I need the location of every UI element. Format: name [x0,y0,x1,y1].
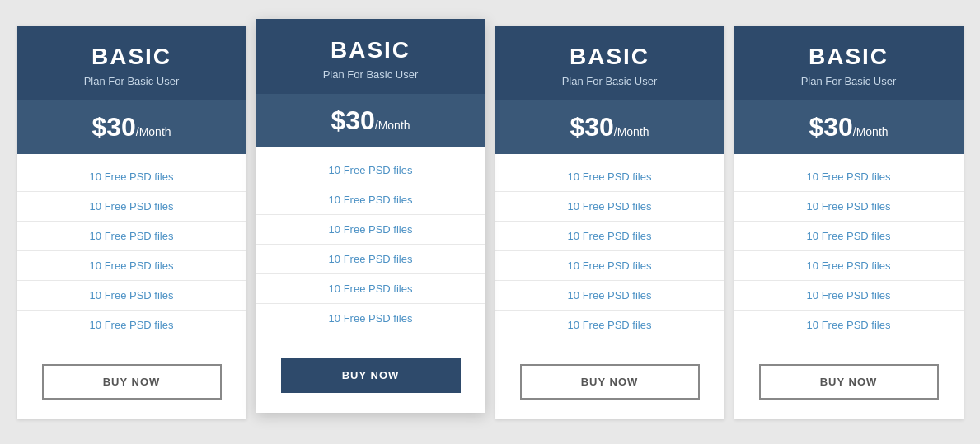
feature-item-4-6: 10 Free PSD files [734,311,964,339]
pricing-card-2: BASICPlan For Basic User$30/Month10 Free… [256,19,485,413]
card-subtitle-4: Plan For Basic User [748,75,950,87]
card-header-2: BASICPlan For Basic User [256,19,485,94]
feature-item-1-2: 10 Free PSD files [17,192,246,222]
card-subtitle-2: Plan For Basic User [270,68,472,81]
card-title-3: BASIC [509,44,711,70]
card-price-2: $30/Month [256,94,485,147]
feature-item-3-1: 10 Free PSD files [495,162,724,192]
card-header-3: BASICPlan For Basic User [495,26,724,100]
card-price-1: $30/Month [17,100,246,154]
feature-item-4-5: 10 Free PSD files [734,281,964,311]
pricing-card-3: BASICPlan For Basic User$30/Month10 Free… [495,26,724,419]
price-dollar-3: $30 [570,112,613,142]
buy-now-button-3[interactable]: BUY NOW [520,364,700,400]
feature-item-2-2: 10 Free PSD files [256,185,485,215]
price-amount-1: 30 [106,112,136,142]
feature-item-2-3: 10 Free PSD files [256,215,485,245]
feature-item-1-6: 10 Free PSD files [17,311,246,339]
feature-item-4-3: 10 Free PSD files [734,222,964,251]
card-footer-3: BUY NOW [495,348,724,419]
card-subtitle-3: Plan For Basic User [509,75,711,87]
card-subtitle-1: Plan For Basic User [30,75,233,87]
price-period-4: /Month [853,125,889,138]
feature-item-1-3: 10 Free PSD files [17,222,246,251]
buy-now-button-2[interactable]: BUY NOW [281,358,461,393]
buy-now-button-4[interactable]: BUY NOW [759,364,939,400]
pricing-container: BASICPlan For Basic User$30/Month10 Free… [12,26,968,419]
feature-item-3-3: 10 Free PSD files [495,222,724,251]
price-dollar-2: $30 [331,105,374,135]
card-title-1: BASIC [30,44,233,70]
feature-item-4-4: 10 Free PSD files [734,251,964,281]
card-header-4: BASICPlan For Basic User [734,26,964,100]
card-footer-2: BUY NOW [256,341,485,413]
feature-item-2-4: 10 Free PSD files [256,245,485,274]
price-amount-2: 30 [345,105,375,135]
card-header-1: BASICPlan For Basic User [17,26,246,100]
price-amount-4: 30 [823,112,853,142]
card-title-2: BASIC [270,37,472,63]
pricing-card-1: BASICPlan For Basic User$30/Month10 Free… [17,26,246,419]
feature-item-1-1: 10 Free PSD files [17,162,246,192]
card-features-1: 10 Free PSD files10 Free PSD files10 Fre… [17,154,246,348]
card-features-4: 10 Free PSD files10 Free PSD files10 Fre… [734,154,964,348]
feature-item-1-4: 10 Free PSD files [17,251,246,281]
card-features-3: 10 Free PSD files10 Free PSD files10 Fre… [495,154,724,348]
card-price-4: $30/Month [734,100,964,154]
price-dollar-4: $30 [809,112,852,142]
feature-item-4-2: 10 Free PSD files [734,192,964,222]
price-dollar-1: $30 [91,112,135,142]
feature-item-1-5: 10 Free PSD files [17,281,246,311]
feature-item-3-2: 10 Free PSD files [495,192,724,222]
feature-item-3-6: 10 Free PSD files [495,311,724,339]
price-amount-3: 30 [584,112,614,142]
card-price-3: $30/Month [495,100,724,154]
feature-item-4-1: 10 Free PSD files [734,162,964,192]
card-features-2: 10 Free PSD files10 Free PSD files10 Fre… [256,147,485,341]
price-period-3: /Month [614,125,649,138]
feature-item-3-5: 10 Free PSD files [495,281,724,311]
card-title-4: BASIC [748,44,950,70]
pricing-card-4: BASICPlan For Basic User$30/Month10 Free… [734,26,964,419]
price-period-1: /Month [136,125,171,138]
price-period-2: /Month [375,119,410,132]
feature-item-2-5: 10 Free PSD files [256,274,485,304]
card-footer-1: BUY NOW [17,348,246,419]
buy-now-button-1[interactable]: BUY NOW [42,364,222,400]
feature-item-2-1: 10 Free PSD files [256,156,485,185]
feature-item-3-4: 10 Free PSD files [495,251,724,281]
feature-item-2-6: 10 Free PSD files [256,304,485,333]
card-footer-4: BUY NOW [734,348,964,419]
